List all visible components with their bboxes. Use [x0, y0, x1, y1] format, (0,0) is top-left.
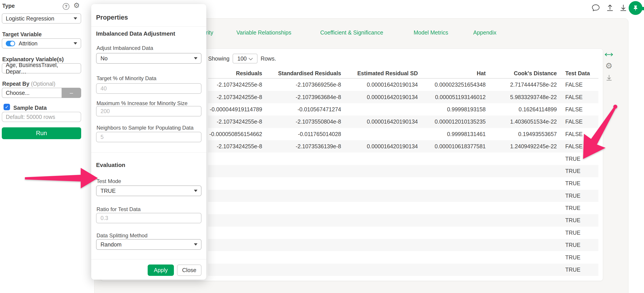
- table-cell: FALSE: [557, 140, 598, 153]
- column-header[interactable]: Test Data: [557, 68, 598, 78]
- table-cell: TRUE: [557, 165, 598, 177]
- tab-coefficient-significance[interactable]: Coefficient & Significance: [320, 29, 383, 36]
- explanatory-input[interactable]: Age, BusinessTravel, Depar…: [2, 63, 81, 74]
- table-cell: [341, 190, 418, 202]
- help-icon[interactable]: [63, 3, 70, 10]
- column-header[interactable]: Residuals: [208, 68, 262, 78]
- table-cell: [418, 177, 486, 189]
- table-cell: [208, 153, 262, 165]
- table-download-icon[interactable]: [605, 74, 613, 82]
- target-variable-value: Attrition: [19, 40, 38, 47]
- column-header[interactable]: Cook's Distance: [486, 68, 557, 78]
- app-window: Type ⚙ Logistic Regression Target Variab…: [0, 0, 644, 293]
- table-cell: -2.1073424255e-8: [208, 91, 262, 103]
- ratio-label: Ratio for Test Data: [96, 206, 140, 212]
- table-cell: 1.4036051534e-22: [486, 116, 557, 128]
- divider: [91, 259, 206, 259]
- table-cell: [341, 177, 418, 189]
- table-cell: [418, 153, 486, 165]
- split-method-select[interactable]: Random: [96, 239, 202, 250]
- download-icon[interactable]: [619, 4, 628, 13]
- tab-model-metrics[interactable]: Model Metrics: [414, 29, 448, 36]
- table-cell: TRUE: [557, 177, 598, 189]
- table-cell: 0.000016420190134: [341, 140, 418, 153]
- table-cell: [341, 202, 418, 214]
- table-cell: [208, 190, 262, 202]
- column-header[interactable]: Estimated Residual SD: [341, 68, 418, 78]
- table-cell: 1.2409492245e-22: [486, 140, 557, 153]
- table-cell: [341, 103, 418, 116]
- avatar-notch: [641, 7, 644, 10]
- comment-icon[interactable]: [592, 4, 600, 13]
- table-cell: -0.000050856154662: [208, 128, 262, 140]
- properties-modal: Properties Imbalanced Data Adjustment Ad…: [91, 4, 206, 280]
- repeat-by-select[interactable]: Choose...: [2, 88, 62, 98]
- column-header[interactable]: Hat: [418, 68, 486, 78]
- max-increase-input[interactable]: [96, 106, 202, 116]
- modal-title: Properties: [96, 14, 128, 21]
- sample-size-input[interactable]: Default: 50000 rows: [2, 112, 81, 122]
- table-cell: [208, 202, 262, 214]
- target-variable-select[interactable]: Attrition: [2, 38, 81, 49]
- table-cell: 0.000023251654348: [418, 79, 486, 91]
- showing-label: Showing: [208, 56, 230, 62]
- apply-button[interactable]: Apply: [148, 264, 174, 276]
- sample-data-checkbox[interactable]: [4, 104, 10, 110]
- upload-icon[interactable]: [606, 4, 614, 13]
- table-cell: -2.1073424255e-8: [208, 116, 262, 128]
- table-cell: -0.010567471274: [262, 103, 341, 116]
- toggle-on-icon[interactable]: [6, 41, 15, 46]
- run-button[interactable]: Run: [2, 127, 81, 139]
- close-button[interactable]: Close: [177, 264, 202, 276]
- table-cell: [341, 251, 418, 263]
- table-header: Residuals Standardised Residuals Estimat…: [208, 68, 598, 79]
- split-method-value: Random: [100, 241, 122, 248]
- table-cell: -2.1073669256e-8: [262, 79, 341, 91]
- table-cell: 0.19493553657: [486, 128, 557, 140]
- table-cell: FALSE: [557, 103, 598, 116]
- target-pct-input[interactable]: [96, 83, 202, 94]
- table-cell: TRUE: [557, 251, 598, 263]
- table-cell: [486, 153, 557, 165]
- type-select[interactable]: Logistic Regression: [2, 13, 81, 24]
- table-cell: 5.9833293748e-22: [486, 91, 557, 103]
- explanatory-value: Age, BusinessTravel, Depar…: [6, 62, 77, 75]
- tab-appendix[interactable]: Appendix: [473, 29, 496, 36]
- section-evaluation: Evaluation: [96, 162, 125, 169]
- table-row: -0.000044919114789-0.0105674712740.99998…: [208, 103, 598, 116]
- column-header[interactable]: Standardised Residuals: [262, 68, 341, 78]
- table-cell: TRUE: [557, 190, 598, 202]
- table-cell: [418, 214, 486, 226]
- repeat-by-control: Choose... –: [2, 88, 81, 98]
- test-mode-select[interactable]: TRUE: [96, 185, 202, 196]
- repeat-by-remove-button[interactable]: –: [62, 88, 81, 98]
- table-cell: [486, 214, 557, 226]
- table-rows: -2.1073424255e-8-2.1073669256e-80.000016…: [208, 79, 598, 276]
- table-cell: [418, 264, 486, 276]
- table-cell: [262, 190, 341, 202]
- table-cell: [418, 202, 486, 214]
- adjust-imbalanced-select[interactable]: No: [96, 53, 202, 64]
- table-cell: [418, 190, 486, 202]
- table-cell: [486, 177, 557, 189]
- expand-horizontal-icon[interactable]: [604, 52, 614, 58]
- chevron-down-icon: [248, 56, 252, 60]
- table-cell: [208, 165, 262, 177]
- table-cell: -2.1073424255e-8: [208, 140, 262, 153]
- page-size-select[interactable]: 100: [232, 54, 258, 64]
- target-variable-label: Target Variable: [2, 31, 42, 38]
- caret-down-icon: [194, 57, 198, 60]
- table-settings-gear-icon[interactable]: ⚙: [605, 62, 612, 70]
- avatar[interactable]: [629, 1, 642, 15]
- neighbors-input[interactable]: [96, 132, 202, 142]
- tab-variable-relationships[interactable]: Variable Relationships: [236, 29, 291, 36]
- gear-icon[interactable]: ⚙: [74, 2, 80, 9]
- table-cell: [208, 251, 262, 263]
- table-row: TRUE: [208, 165, 598, 177]
- table-cell: 0.000016420190134: [341, 91, 418, 103]
- table-cell: FALSE: [557, 91, 598, 103]
- ratio-input[interactable]: [96, 213, 202, 223]
- table-cell: 0.99998193158: [418, 103, 486, 116]
- table-row: -2.1073424255e-8-2.1073536139e-80.000016…: [208, 140, 598, 153]
- table-cell: [341, 214, 418, 226]
